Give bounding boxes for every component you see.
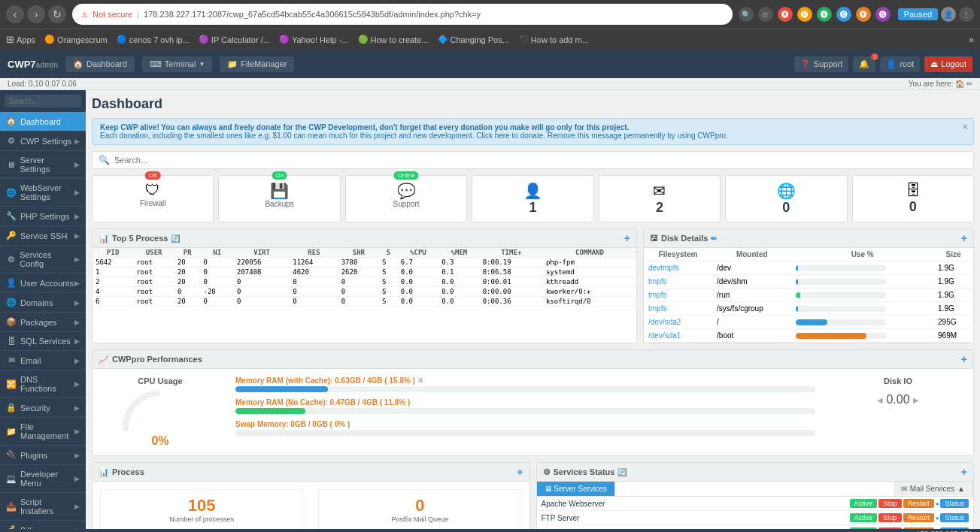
service-active-btn-1[interactable]: Active [850, 513, 878, 522]
dashboard-search-input[interactable] [114, 156, 967, 165]
sidebar-item-billing[interactable]: 💰 Billing ▶ [0, 521, 86, 529]
emails-card[interactable]: ✉ 2 [599, 175, 721, 222]
profile-icon[interactable]: 👤 [941, 7, 956, 22]
sidebar-item-webserver-settings[interactable]: 🌐 WebServer Settings ▶ [0, 179, 86, 207]
perf-add-button[interactable]: + [961, 353, 967, 365]
service-active-btn-0[interactable]: Active [850, 499, 878, 508]
sidebar-item-services-config[interactable]: ⚙ Services Config ▶ [0, 246, 86, 274]
refresh-process-icon[interactable]: 🔄 [171, 234, 180, 243]
extension-icon-5[interactable]: 🅜 [856, 7, 871, 22]
disk-io-right-arrow[interactable]: ▶ [913, 396, 919, 404]
backups-card[interactable]: On 💾 Backups [218, 175, 340, 222]
col-s: S [379, 248, 398, 258]
security-warning-icon: ⚠ [81, 11, 88, 19]
users-card[interactable]: 👤 1 [472, 175, 593, 222]
dashboard-nav-button[interactable]: 🏠 Dashboard [65, 56, 135, 72]
search-icon[interactable]: 🔍 [739, 7, 754, 22]
databases-card[interactable]: 🗄 0 [852, 175, 974, 222]
bookmark-cenos[interactable]: 🔵 cenos 7 ovh ip... [117, 35, 190, 44]
process-panel-add-button[interactable]: + [517, 466, 523, 478]
bookmark-apps[interactable]: ⊞ Apps [6, 34, 35, 45]
edit-disk-icon[interactable]: ✏ [711, 234, 717, 243]
notification-button[interactable]: 🔔 1 [853, 56, 875, 72]
sidebar-item-email[interactable]: ✉ Email ▶ [0, 351, 86, 370]
disk-add-button[interactable]: + [961, 232, 967, 244]
extension-icon-4[interactable]: 🅖 [836, 7, 851, 22]
firewall-card[interactable]: Off 🛡 Firewall [92, 175, 214, 222]
extension-icon-2[interactable]: 🅞 [797, 7, 812, 22]
refresh-services-icon[interactable]: 🔄 [617, 468, 627, 476]
process-cell-1-3: 0 [200, 268, 234, 277]
bookmarks-more[interactable]: » [969, 35, 974, 45]
bookmark-how-to-create[interactable]: 🟢 How to create... [358, 35, 429, 44]
sidebar-arrow-18: ▶ [74, 527, 80, 530]
process-cell-1-4: 207408 [234, 268, 290, 277]
menu-icon[interactable]: ⋮ [959, 7, 974, 22]
sidebar-item-developer-menu[interactable]: 💻 Developer Menu ▶ [0, 465, 86, 493]
support-label: Support [352, 200, 460, 208]
process-cell-0-3: 0 [200, 258, 234, 268]
logout-button[interactable]: ⏏ Logout [924, 56, 972, 72]
sidebar-item-dns-functions[interactable]: 🔀 DNS Functions ▶ [0, 370, 86, 398]
services-add-button[interactable]: + [961, 466, 967, 478]
col-ni: NI [200, 248, 234, 258]
service-restart-btn-0[interactable]: Restart [903, 499, 934, 508]
service-active-btn-2[interactable]: Active [850, 527, 878, 529]
support-button[interactable]: ❓ Support [794, 56, 849, 72]
domains-card[interactable]: 🌐 0 [725, 175, 847, 222]
extension-icon-6[interactable]: 🅖 [875, 7, 890, 22]
service-stop-btn-2[interactable]: Stop [878, 527, 902, 529]
sidebar-item-dashboard[interactable]: 🏠 Dashboard [0, 112, 86, 131]
extension-icon-3[interactable]: 🅖 [817, 7, 832, 22]
process-table-content: PID USER PR NI VIRT RES SHR S %CPU %MEM [93, 248, 636, 307]
service-restart-btn-2[interactable]: Restart [903, 527, 934, 529]
bookmark-orangescrum[interactable]: 🟠 Orangescrum [44, 35, 108, 44]
sidebar-item-cwp-settings[interactable]: ⚙ CWP Settings ▶ [0, 131, 86, 151]
star-icon[interactable]: ☆ [758, 7, 773, 22]
mail-services-tab[interactable]: ✉ Mail Services ▲ [894, 482, 973, 496]
cenos-icon: 🔵 [117, 35, 127, 44]
logout-icon: ⏏ [930, 59, 938, 69]
sidebar-item-sql-services[interactable]: 🗄 SQL Services ▶ [0, 332, 86, 351]
bookmark-changing-pos[interactable]: 🔷 Changing Pos... [438, 35, 509, 44]
server-services-tab[interactable]: 🖥 Server Services [537, 482, 615, 496]
sidebar-item-security[interactable]: 🔒 Security ▶ [0, 398, 86, 418]
service-status-btn-1[interactable]: Status [940, 513, 969, 522]
extension-icon-1[interactable]: 🅜 [778, 7, 793, 22]
sidebar-item-packages[interactable]: 📦 Packages ▶ [0, 313, 86, 332]
service-status-btn-2[interactable]: Status [940, 527, 969, 529]
sidebar-search-input[interactable] [5, 95, 81, 107]
disk-io-left-arrow[interactable]: ◀ [877, 396, 883, 404]
bookmark-ip-calculator[interactable]: 🟣 IP Calculator /... [199, 35, 270, 44]
service-status-btn-0[interactable]: Status [940, 499, 969, 508]
service-stop-btn-1[interactable]: Stop [878, 513, 902, 522]
alert-close-button[interactable]: ✕ [961, 122, 969, 132]
reload-button[interactable]: ↻ [48, 5, 66, 23]
back-button[interactable]: ‹ [6, 5, 24, 23]
disk-fs-5: /dev/sda1 [644, 329, 712, 343]
address-bar[interactable]: ⚠ Not secure | 178.238.227.171:2087/cwp_… [72, 4, 733, 25]
user-button[interactable]: 👤 root [880, 56, 920, 72]
terminal-nav-icon: ⌨ [150, 59, 162, 69]
filemanager-nav-button[interactable]: 📁 FileManager [220, 56, 294, 72]
mem-cache-clear-icon[interactable]: ✕ [417, 376, 423, 385]
users-count: 1 [478, 200, 587, 216]
sidebar-item-script-installers[interactable]: 📥 Script Installers ▶ [0, 493, 86, 521]
sidebar-item-service-ssh[interactable]: 🔑 Service SSH ▶ [0, 226, 86, 246]
process-add-button[interactable]: + [624, 232, 630, 244]
sidebar-item-plugins[interactable]: 🔌 Plugins ▶ [0, 446, 86, 465]
sidebar-item-file-management[interactable]: 📁 File Management ▶ [0, 418, 86, 446]
service-restart-btn-1[interactable]: Restart [903, 513, 934, 522]
sidebar-item-php-settings[interactable]: 🔧 PHP Settings ▶ [0, 207, 86, 226]
service-stop-btn-0[interactable]: Stop [878, 499, 902, 508]
sidebar-item-user-accounts[interactable]: 👤 User Accounts ▶ [0, 274, 86, 293]
terminal-nav-button[interactable]: ⌨ Terminal ▼ [142, 56, 213, 72]
bookmark-how-to-add[interactable]: ⚫ How to add m... [518, 35, 589, 44]
support-card[interactable]: Online 💬 Support [345, 175, 467, 222]
forward-button[interactable]: › [27, 5, 45, 23]
mail-expand-icon: ▲ [957, 485, 965, 493]
sidebar-item-domains[interactable]: 🌐 Domains ▶ [0, 293, 86, 313]
sidebar-item-server-settings[interactable]: 🖥 Server Settings ▶ [0, 151, 86, 179]
sidebar-arrow-4: ▶ [74, 213, 80, 220]
bookmark-yahoo[interactable]: 🟣 Yahoo! Help -... [279, 35, 349, 44]
